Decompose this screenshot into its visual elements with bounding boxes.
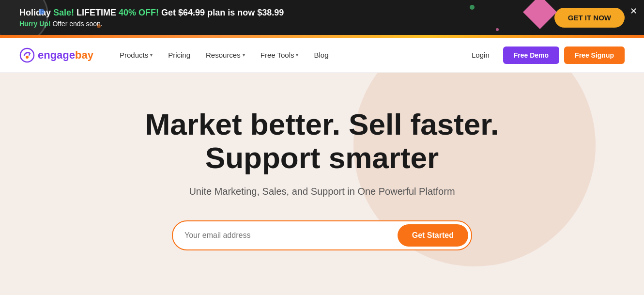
banner-hurry: Hurry Up! bbox=[19, 20, 51, 28]
banner-sale: Sale! bbox=[53, 8, 74, 17]
banner-new-price: $38.99 bbox=[257, 8, 284, 17]
svg-point-0 bbox=[20, 48, 34, 62]
hero-subtitle: Unite Marketing, Sales, and Support in O… bbox=[189, 186, 455, 197]
email-input[interactable] bbox=[184, 231, 398, 240]
hero-title-line1: Market better. Sell faster. bbox=[145, 108, 499, 141]
hero-section: Market better. Sell faster. Support smar… bbox=[0, 73, 644, 295]
banner-lifetime: LIFETIME bbox=[74, 8, 119, 17]
banner-text: Holiday Sale! LIFETIME 40% OFF! Get $64.… bbox=[19, 8, 284, 28]
nav-pricing[interactable]: Pricing bbox=[161, 47, 197, 63]
logo[interactable]: engagebay bbox=[19, 47, 93, 63]
nav-links: Products ▾ Pricing Resources ▾ Free Tool… bbox=[113, 47, 463, 63]
nav-blog[interactable]: Blog bbox=[307, 47, 335, 63]
navbar: engagebay Products ▾ Pricing Resources ▾… bbox=[0, 38, 644, 73]
nav-free-tools[interactable]: Free Tools ▾ bbox=[254, 47, 306, 63]
free-signup-button[interactable]: Free Signup bbox=[564, 47, 625, 64]
nav-free-tools-label: Free Tools bbox=[261, 51, 294, 59]
login-button[interactable]: Login bbox=[463, 47, 498, 63]
banner-off: 40% OFF! bbox=[119, 8, 159, 17]
get-started-button[interactable]: Get Started bbox=[398, 224, 468, 247]
banner-offer-text: Offer ends soon. bbox=[51, 20, 103, 28]
logo-icon bbox=[19, 47, 35, 63]
nav-resources[interactable]: Resources ▾ bbox=[199, 47, 252, 63]
free-demo-button[interactable]: Free Demo bbox=[503, 47, 559, 64]
chevron-down-icon-3: ▾ bbox=[296, 52, 298, 58]
banner-get: Get bbox=[159, 8, 178, 17]
hero-email-form: Get Started bbox=[172, 220, 472, 250]
nav-products[interactable]: Products ▾ bbox=[113, 47, 159, 63]
hero-title: Market better. Sell faster. Support smar… bbox=[145, 108, 499, 174]
nav-products-label: Products bbox=[120, 51, 148, 59]
nav-pricing-label: Pricing bbox=[168, 51, 190, 59]
banner-plan-text: plan is now bbox=[205, 8, 257, 17]
logo-text-bay: bay bbox=[75, 49, 93, 61]
nav-blog-label: Blog bbox=[314, 51, 328, 59]
logo-text-engage: engage bbox=[38, 49, 75, 61]
banner-old-price: $64.99 bbox=[178, 8, 205, 17]
banner-holiday: Holiday bbox=[19, 8, 53, 17]
promo-banner: Holiday Sale! LIFETIME 40% OFF! Get $64.… bbox=[0, 0, 644, 35]
svg-point-1 bbox=[26, 56, 29, 59]
banner-close-button[interactable]: ✕ bbox=[630, 6, 637, 16]
nav-actions: Login Free Demo Free Signup bbox=[463, 47, 625, 64]
chevron-down-icon: ▾ bbox=[150, 52, 153, 58]
hero-title-line2: Support smarter bbox=[205, 141, 439, 174]
nav-resources-label: Resources bbox=[206, 51, 241, 59]
banner-cta-button[interactable]: GET IT NOW bbox=[554, 8, 625, 28]
chevron-down-icon-2: ▾ bbox=[243, 52, 245, 58]
